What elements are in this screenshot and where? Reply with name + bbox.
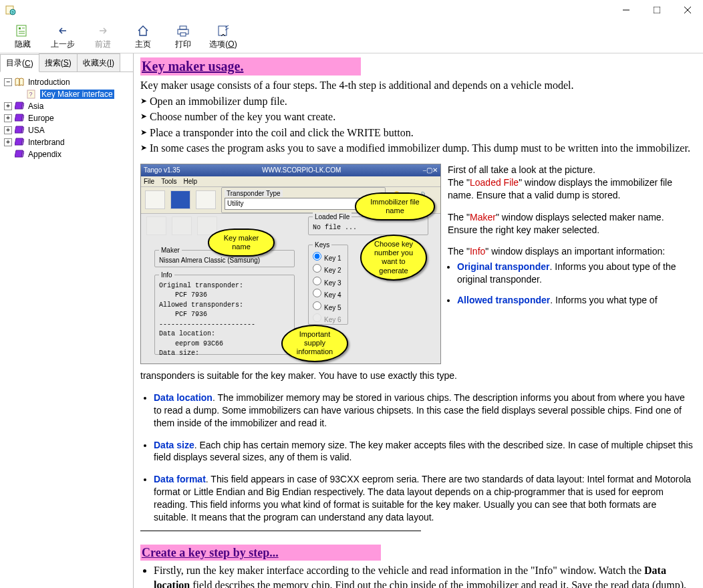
bullet-data-location: Data location. The immobilizer memory ma… [154,392,694,430]
expand-icon[interactable]: + [4,138,12,146]
intro-text: Key maker usage consists of a four steps… [140,78,694,93]
callout-key-maker-name: Key maker name [208,229,275,257]
toolbar: 隐藏 上一步 前进 主页 打印 选项(O) [0,20,703,53]
forward-button: 前进 [83,21,123,52]
options-icon [216,23,231,39]
tree-node-introduction[interactable]: − Introduction [1,76,132,88]
tab-contents[interactable]: 目录(C) [0,54,39,72]
help-icon: ? [5,5,16,15]
callout-choose-key: Choose key number you want to generate [360,235,427,281]
svg-rect-8 [19,27,21,29]
home-icon [136,23,150,39]
expand-icon[interactable]: + [4,126,12,134]
minimize-button[interactable] [611,0,642,20]
forward-arrow-icon [96,23,110,39]
bullet-data-format: Data format. This field appears in case … [154,473,694,524]
tree-node-appendix[interactable]: Appendix [1,148,132,160]
steps-list: Open an immobilizer dump file. Choose nu… [140,94,694,156]
hide-icon [15,23,30,39]
book-icon [15,126,25,135]
svg-rect-14 [180,33,186,36]
topic-icon: ? [27,90,37,99]
tree-node-usa[interactable]: +USA [1,124,132,136]
book-icon [15,102,25,111]
titlebar: ? [0,0,703,20]
contents-tree[interactable]: − Introduction ? Key Maker interface +As… [0,72,133,588]
open-book-icon [15,78,25,87]
cont-text: transponders is suitable for the key mak… [140,370,694,382]
expand-icon[interactable]: + [4,102,12,110]
tree-node-key-maker-interface[interactable]: ? Key Maker interface [1,88,132,100]
back-button[interactable]: 上一步 [43,21,83,52]
section-divider [140,531,421,531]
navigation-pane: 目录(C) 搜索(S) 收藏夹(I) − Introduction ? Key … [0,53,134,588]
tree-node-asia[interactable]: +Asia [1,100,132,112]
step-1: Firstly, run the key maker interface acc… [154,563,694,588]
content-pane[interactable]: Key maker usage. Key maker usage consist… [134,53,703,588]
tree-node-interbrand[interactable]: +Interbrand [1,136,132,148]
nav-tabs: 目录(C) 搜索(S) 收藏夹(I) [0,53,133,72]
book-icon [15,114,25,123]
svg-rect-7 [17,25,26,36]
back-arrow-icon [55,23,70,39]
heading-step-by-step: Create a key step by step... [140,545,381,561]
svg-rect-4 [654,7,660,13]
svg-rect-13 [180,26,186,29]
hide-button[interactable]: 隐藏 [3,21,43,52]
tree-node-europe[interactable]: +Europe [1,112,132,124]
side-description: First of all take a look at the picture.… [448,164,694,313]
screenshot-illustration: Tango v1.35WWW.SCORPIO-LK.COM–▢✕ FileToo… [140,164,441,364]
print-icon [176,23,190,39]
callout-immobilizer-file: Immobilizer file name [355,192,435,220]
collapse-icon[interactable]: − [4,78,12,86]
book-icon [15,138,25,147]
expand-icon[interactable]: + [4,114,12,122]
heading-key-maker-usage: Key maker usage. [140,57,361,76]
svg-text:?: ? [29,91,32,98]
print-button[interactable]: 打印 [163,21,203,52]
options-button[interactable]: 选项(O) [203,21,243,52]
tab-search[interactable]: 搜索(S) [39,53,78,71]
book-icon [15,150,25,159]
tab-favorites[interactable]: 收藏夹(I) [77,53,120,71]
close-button[interactable] [672,0,703,20]
callout-info: Important supply information [281,325,348,362]
maximize-button[interactable] [642,0,672,20]
home-button[interactable]: 主页 [123,21,163,52]
bullet-data-size: Data size. Each chip has certain memory … [154,439,694,464]
